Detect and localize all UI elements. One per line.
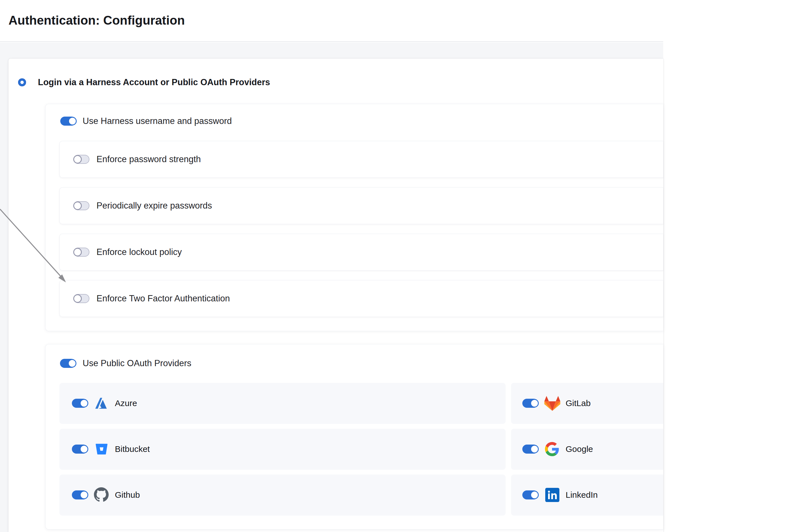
linkedin-toggle[interactable] bbox=[522, 490, 538, 499]
google-toggle[interactable] bbox=[522, 444, 538, 454]
enforce-lockout-policy-label: Enforce lockout policy bbox=[96, 247, 182, 257]
authentication-configuration-page: Authentication: Configuration Login via … bbox=[0, 0, 790, 532]
gitlab-toggle[interactable] bbox=[522, 399, 538, 408]
enforce-password-strength-label: Enforce password strength bbox=[96, 154, 201, 165]
page-header: Authentication: Configuration bbox=[0, 0, 663, 42]
bitbucket-label: Bitbucket bbox=[115, 444, 150, 454]
use-public-oauth-toggle[interactable] bbox=[60, 359, 76, 368]
azure-toggle[interactable] bbox=[72, 399, 88, 408]
use-harness-username-label: Use Harness username and password bbox=[83, 116, 232, 126]
page-title: Authentication: Configuration bbox=[8, 13, 185, 28]
gitlab-icon bbox=[543, 395, 561, 412]
enforce-two-factor-label: Enforce Two Factor Authentication bbox=[96, 293, 230, 304]
github-label: Github bbox=[115, 490, 140, 500]
github-icon bbox=[94, 487, 109, 502]
google-icon bbox=[545, 442, 559, 456]
gitlab-label: GitLab bbox=[566, 398, 591, 408]
bitbucket-toggle[interactable] bbox=[72, 444, 88, 454]
enforce-password-strength-toggle[interactable] bbox=[74, 155, 90, 164]
provider-row-bitbucket: Bitbucket bbox=[59, 429, 506, 470]
provider-row-azure: Azure bbox=[59, 383, 506, 424]
bitbucket-icon bbox=[95, 442, 109, 456]
enforce-two-factor-toggle[interactable] bbox=[74, 294, 90, 303]
linkedin-icon bbox=[545, 488, 559, 502]
azure-icon bbox=[94, 396, 108, 410]
azure-label: Azure bbox=[115, 398, 137, 408]
use-harness-username-toggle[interactable] bbox=[60, 117, 76, 126]
linkedin-label: LinkedIn bbox=[566, 490, 598, 500]
google-label: Google bbox=[566, 444, 593, 454]
enforce-lockout-policy-toggle[interactable] bbox=[74, 248, 90, 256]
login-method-radio[interactable] bbox=[18, 78, 26, 86]
provider-row-google: Google bbox=[511, 429, 663, 470]
periodically-expire-passwords-label: Periodically expire passwords bbox=[96, 201, 212, 211]
use-public-oauth-label: Use Public OAuth Providers bbox=[83, 358, 191, 368]
provider-row-github: Github bbox=[59, 475, 506, 516]
provider-row-linkedin: LinkedIn bbox=[511, 475, 663, 516]
github-toggle[interactable] bbox=[72, 490, 88, 499]
login-method-radio-label: Login via a Harness Account or Public OA… bbox=[38, 77, 270, 88]
provider-row-gitlab: GitLab bbox=[511, 383, 663, 424]
periodically-expire-passwords-toggle[interactable] bbox=[74, 201, 90, 210]
